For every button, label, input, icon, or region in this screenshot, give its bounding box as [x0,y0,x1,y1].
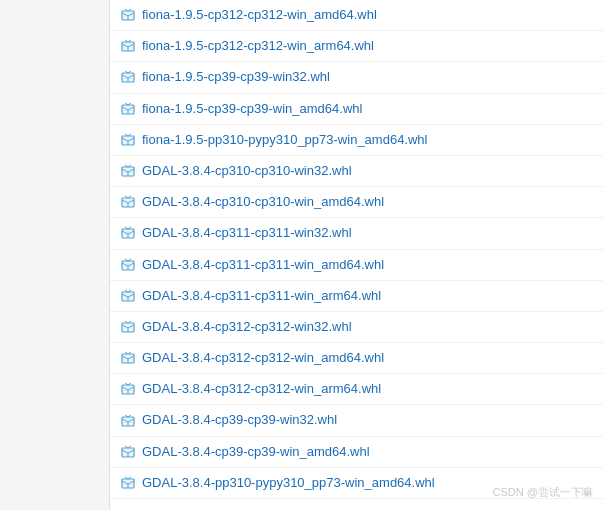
list-item[interactable]: GDAL-3.8.4-cp39-cp39-win32.whl [110,405,603,436]
package-icon [120,319,136,335]
package-icon [120,444,136,460]
package-icon [120,381,136,397]
list-item[interactable]: fiona-1.9.5-cp39-cp39-win32.whl [110,62,603,93]
list-item[interactable]: GDAL-3.8.4-pp310-pypy310_pp73-win_amd64.… [110,468,603,499]
file-link[interactable]: fiona-1.9.5-cp39-cp39-win32.whl [142,68,330,86]
package-icon [120,194,136,210]
file-link[interactable]: fiona-1.9.5-cp312-cp312-win_amd64.whl [142,6,377,24]
list-item[interactable]: GDAL-3.8.4-cp311-cp311-win32.whl [110,218,603,249]
file-link[interactable]: fiona-1.9.5-cp312-cp312-win_arm64.whl [142,37,374,55]
file-link[interactable]: GDAL-3.8.4-cp39-cp39-win_amd64.whl [142,443,370,461]
list-item[interactable]: fiona-1.9.5-pp310-pypy310_pp73-win_amd64… [110,125,603,156]
content-area[interactable]: fiona-1.9.5-cp312-cp312-win_amd64.whl fi… [110,0,603,510]
file-list: fiona-1.9.5-cp312-cp312-win_amd64.whl fi… [110,0,603,499]
package-icon [120,7,136,23]
package-icon [120,475,136,491]
package-icon [120,132,136,148]
file-link[interactable]: GDAL-3.8.4-cp312-cp312-win_arm64.whl [142,380,381,398]
file-link[interactable]: GDAL-3.8.4-pp310-pypy310_pp73-win_amd64.… [142,474,435,492]
list-item[interactable]: GDAL-3.8.4-cp312-cp312-win_arm64.whl [110,374,603,405]
file-link[interactable]: GDAL-3.8.4-cp311-cp311-win_arm64.whl [142,287,381,305]
package-icon [120,69,136,85]
package-icon [120,163,136,179]
package-icon [120,288,136,304]
sidebar [0,0,110,510]
package-icon [120,350,136,366]
list-item[interactable]: GDAL-3.8.4-cp39-cp39-win_amd64.whl [110,437,603,468]
file-link[interactable]: GDAL-3.8.4-cp311-cp311-win_amd64.whl [142,256,384,274]
list-item[interactable]: GDAL-3.8.4-cp311-cp311-win_arm64.whl [110,281,603,312]
list-item[interactable]: GDAL-3.8.4-cp312-cp312-win_amd64.whl [110,343,603,374]
list-item[interactable]: GDAL-3.8.4-cp310-cp310-win_amd64.whl [110,187,603,218]
file-link[interactable]: fiona-1.9.5-cp39-cp39-win_amd64.whl [142,100,362,118]
package-icon [120,38,136,54]
package-icon [120,413,136,429]
file-link[interactable]: fiona-1.9.5-pp310-pypy310_pp73-win_amd64… [142,131,427,149]
file-link[interactable]: GDAL-3.8.4-cp310-cp310-win_amd64.whl [142,193,384,211]
list-item[interactable]: fiona-1.9.5-cp39-cp39-win_amd64.whl [110,94,603,125]
file-link[interactable]: GDAL-3.8.4-cp312-cp312-win32.whl [142,318,352,336]
main-container: fiona-1.9.5-cp312-cp312-win_amd64.whl fi… [0,0,603,510]
list-item[interactable]: GDAL-3.8.4-cp312-cp312-win32.whl [110,312,603,343]
list-item[interactable]: fiona-1.9.5-cp312-cp312-win_arm64.whl [110,31,603,62]
list-item[interactable]: GDAL-3.8.4-cp310-cp310-win32.whl [110,156,603,187]
list-item[interactable]: fiona-1.9.5-cp312-cp312-win_amd64.whl [110,0,603,31]
package-icon [120,101,136,117]
package-icon [120,257,136,273]
file-link[interactable]: GDAL-3.8.4-cp310-cp310-win32.whl [142,162,352,180]
file-link[interactable]: GDAL-3.8.4-cp39-cp39-win32.whl [142,411,337,429]
file-link[interactable]: GDAL-3.8.4-cp311-cp311-win32.whl [142,224,352,242]
package-icon [120,225,136,241]
file-link[interactable]: GDAL-3.8.4-cp312-cp312-win_amd64.whl [142,349,384,367]
list-item[interactable]: GDAL-3.8.4-cp311-cp311-win_amd64.whl [110,250,603,281]
